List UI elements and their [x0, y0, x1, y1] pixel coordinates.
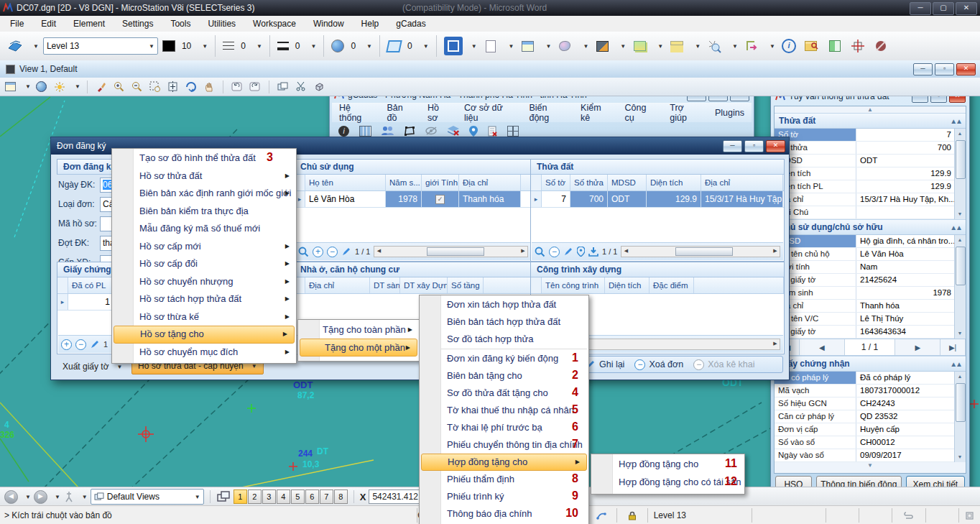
- menu-item-hồ-sơ-tách-hợp-thửa-đất[interactable]: Hồ sơ tách hợp thửa đất▶: [112, 290, 296, 308]
- menu-item-hợp-đồng-tặng-cho[interactable]: Hợp đồng tặng cho▶: [421, 454, 587, 471]
- construction-hscrollbar[interactable]: ◀▶: [567, 339, 780, 350]
- info-icon[interactable]: i: [338, 126, 349, 137]
- column-header[interactable]: Địa chỉ: [459, 175, 521, 190]
- property-row[interactable]: Số thửa700: [775, 142, 966, 155]
- weight-caret-icon[interactable]: ▼: [311, 43, 317, 50]
- scroll-thumb[interactable]: [956, 383, 966, 422]
- column-header[interactable]: Diện tích: [647, 175, 701, 190]
- viewattr-caret-icon[interactable]: ▼: [25, 83, 31, 90]
- column-header[interactable]: MDSD: [608, 175, 647, 190]
- import-export-icon[interactable]: [742, 37, 761, 55]
- menu-item-đơn-xin-tách-hợp-thửa-đất[interactable]: Đơn xin tách hợp thửa đất: [420, 296, 588, 313]
- new-file-icon[interactable]: [481, 37, 500, 55]
- clip-mask-icon[interactable]: [312, 80, 326, 94]
- edit-pencil-icon[interactable]: [563, 247, 573, 257]
- pager-arrow[interactable]: ▶|: [940, 339, 966, 355]
- primary-tools-icon[interactable]: [444, 37, 463, 55]
- view-attributes-icon[interactable]: [3, 80, 17, 94]
- plumb-marker-icon[interactable]: [63, 491, 75, 502]
- report-remove-icon[interactable]: [488, 126, 497, 137]
- owner-hscrollbar[interactable]: ◀▶: [374, 246, 528, 257]
- style-caret-icon[interactable]: ▼: [256, 43, 262, 50]
- copy-view-icon[interactable]: [276, 80, 290, 94]
- menubar-item-element[interactable]: Element: [73, 19, 105, 29]
- column-header[interactable]: Số tầng: [448, 277, 484, 293]
- menubar-item-help[interactable]: Help: [361, 19, 379, 29]
- raster-manager-icon[interactable]: [593, 37, 611, 55]
- menu-item-hồ-sơ-chuyển-nhượng[interactable]: Hồ sơ chuyển nhượng▶: [112, 273, 296, 291]
- apply-view-icon[interactable]: [216, 491, 231, 502]
- fit-view-icon[interactable]: [166, 80, 180, 94]
- view-toggle-2[interactable]: 2: [248, 489, 262, 504]
- view-toggle-1[interactable]: 1: [234, 489, 247, 504]
- location-pin-icon[interactable]: [469, 126, 478, 137]
- gender-checkbox[interactable]: ✓: [435, 195, 445, 204]
- collapse-handle-bottom[interactable]: ▼: [775, 462, 966, 469]
- download-icon[interactable]: [588, 247, 598, 257]
- menubar-item-kiểm-kê[interactable]: Kiểm kê: [573, 103, 617, 123]
- menu-item-phiếu-chuyển-thông-tin-địa-chính[interactable]: Phiếu chuyển thông tin địa chính7: [420, 436, 588, 454]
- menubar-item-gcadas[interactable]: gCadas: [396, 19, 425, 29]
- accudraw-icon[interactable]: [849, 37, 867, 55]
- raster-caret-icon[interactable]: ▼: [620, 43, 626, 50]
- layers-remove-icon[interactable]: [448, 126, 459, 136]
- section-header-gi-y-ch-ng-nh-n[interactable]: Giấy chứng nhận▲▲: [775, 356, 966, 372]
- menu-item-phiếu-trình-ký[interactable]: Phiếu trình ký9: [420, 488, 588, 505]
- menubar-item-hệ-thống[interactable]: Hệ thống: [332, 103, 380, 123]
- property-row[interactable]: MDSDODT: [775, 155, 966, 167]
- menubar-item-biến-động[interactable]: Biến động: [522, 103, 573, 123]
- grid-icon[interactable]: [507, 126, 519, 137]
- property-row[interactable]: Số hiệu GCNCH24243: [775, 397, 966, 410]
- pointclouds-caret-icon[interactable]: ▼: [657, 43, 663, 50]
- menu-item-hồ-sơ-chuyển-mục-đích[interactable]: Hồ sơ chuyển mục đích▶: [112, 344, 296, 362]
- menubar-item-trợ-giúp[interactable]: Trợ giúp: [662, 103, 708, 123]
- menu-item-đơn-xin-đăng-ký-biến-động[interactable]: Đơn xin đăng ký biến động1: [420, 350, 588, 367]
- menu-item-biên-bản-kiểm-tra-thực-địa[interactable]: Biên bản kiểm tra thực địa: [112, 203, 296, 221]
- back-button[interactable]: ◀: [4, 490, 18, 504]
- models-caret-icon[interactable]: ▼: [545, 43, 551, 50]
- view-close-button[interactable]: ✕: [956, 63, 976, 75]
- class-caret-icon[interactable]: ▼: [366, 43, 372, 50]
- menu-item-mẫu-đăng-ký-mã-số-thuế-mới[interactable]: Mẫu đăng ký mã số thuế mới: [112, 220, 296, 238]
- add-icon[interactable]: +: [61, 339, 72, 350]
- parcel-polygon-icon[interactable]: [404, 126, 415, 136]
- property-row[interactable]: Họ tên chủ hộLê Văn Hòa: [775, 248, 966, 261]
- ghi-lại-button[interactable]: Ghi lại: [586, 359, 624, 369]
- line-style-icon[interactable]: [223, 42, 234, 50]
- search-icon[interactable]: [535, 247, 545, 257]
- menubar-item-plugins[interactable]: Plugins: [708, 108, 752, 118]
- collapse-chevron-icon[interactable]: ▲▲: [950, 117, 961, 125]
- vertical-scrollbar[interactable]: ▲▼: [954, 235, 966, 339]
- property-row[interactable]: Đơn vị cấpHuyện cấp: [775, 423, 966, 436]
- remove-icon[interactable]: −: [327, 247, 338, 257]
- edit-pencil-icon[interactable]: [341, 247, 351, 257]
- column-header[interactable]: Địa chỉ: [701, 175, 783, 190]
- scroll-thumb[interactable]: [956, 140, 966, 179]
- snap-mode-indicator[interactable]: [586, 508, 617, 523]
- menubar-item-hồ-sơ[interactable]: Hồ sơ: [420, 103, 457, 123]
- back-caret-icon[interactable]: ▼: [25, 494, 31, 500]
- property-row[interactable]: Mã vạch1807317000012: [775, 385, 966, 397]
- transparency-caret-icon[interactable]: ▼: [423, 43, 429, 50]
- menubar-item-file[interactable]: File: [10, 19, 24, 29]
- menu-item-tặng-cho-một-phần[interactable]: Tặng cho một phần▶: [300, 339, 417, 357]
- menu-item-sơ-đồ-tách-hợp-thửa[interactable]: Sơ đồ tách hợp thửa: [420, 331, 588, 348]
- property-row[interactable]: ĐTSDHộ gia đình, cá nhân tro...: [775, 235, 966, 248]
- menu-item-hợp-đồng-tặng-cho[interactable]: Hợp đồng tặng cho11: [591, 455, 744, 473]
- menu-item-biên-bản-xác-định-ranh-giới-mốc-giới[interactable]: Biên bản xác định ranh giới mốc giới▶: [112, 185, 296, 203]
- importexport-caret-icon[interactable]: ▼: [769, 43, 775, 50]
- view-toggle-8[interactable]: 8: [334, 489, 348, 504]
- menu-item-biên-bản-tách-hợp-thửa-đất[interactable]: Biên bản tách hợp thửa đất: [420, 313, 588, 331]
- adjust-brightness-icon[interactable]: [52, 80, 67, 94]
- menubar-item-bản-đồ[interactable]: Bản đồ: [380, 103, 420, 123]
- property-row[interactable]: Đã có pháp lýĐã có pháp lý: [775, 372, 966, 385]
- search-icon[interactable]: [298, 247, 309, 257]
- pager-arrow[interactable]: ◀: [800, 339, 845, 355]
- dialog-minimize-button[interactable]: ─: [723, 140, 742, 152]
- menu-item-tạo-sơ-đồ-hình-thể-thửa-đất[interactable]: Tạo sơ đồ hình thể thửa đất3: [112, 150, 296, 167]
- column-header[interactable]: DT sàn: [370, 277, 400, 293]
- property-row[interactable]: Ngày vào sổ09/09/2017: [775, 449, 966, 462]
- vertical-scrollbar[interactable]: ▲▼: [954, 372, 966, 462]
- active-element-template-icon[interactable]: [6, 37, 24, 55]
- column-header[interactable]: Tên công trình: [542, 277, 605, 293]
